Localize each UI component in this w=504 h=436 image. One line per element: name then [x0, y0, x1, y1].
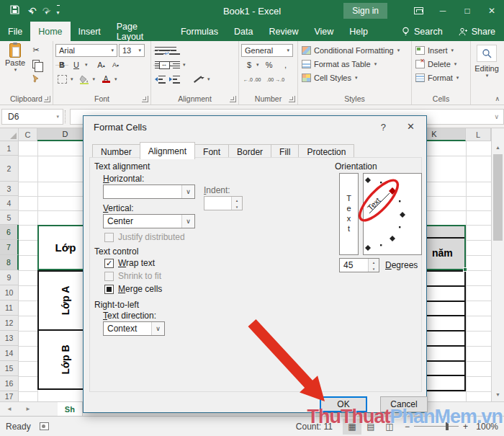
- underline-button[interactable]: U: [70, 58, 83, 71]
- ribbon-display-options-button[interactable]: [406, 0, 431, 22]
- dialog-tab-alignment[interactable]: Alignment: [140, 142, 195, 159]
- cut-button[interactable]: ✂: [30, 43, 42, 56]
- wrap-text-checkbox-row[interactable]: ✓ Wrap text: [104, 258, 155, 268]
- wrap-text-button[interactable]: [158, 50, 171, 51]
- orientation-button[interactable]: [192, 73, 205, 86]
- font-color-button[interactable]: A: [99, 73, 112, 86]
- row-header-1[interactable]: 1: [0, 141, 19, 156]
- share-button[interactable]: Share: [450, 22, 504, 41]
- borders-button[interactable]: [55, 73, 68, 86]
- increase-font-button[interactable]: A▴: [95, 58, 108, 71]
- row-header-14[interactable]: 14: [0, 346, 19, 361]
- merge-dropdown-icon[interactable]: ▾: [183, 62, 186, 68]
- name-box[interactable]: D6: [1, 109, 63, 125]
- formula-bar-expand-icon[interactable]: ∨: [494, 113, 503, 120]
- comma-button[interactable]: ,: [279, 58, 292, 71]
- font-name-combo[interactable]: Arial: [55, 44, 117, 57]
- tab-view[interactable]: View: [306, 22, 341, 41]
- sign-in-button[interactable]: Sign in: [343, 3, 387, 19]
- currency-button[interactable]: $: [243, 58, 256, 71]
- search-box[interactable]: Search: [395, 22, 450, 41]
- tab-page-layout[interactable]: Page Layout: [109, 22, 173, 41]
- close-button[interactable]: ✕: [480, 0, 504, 22]
- orientation-vertical-text-box[interactable]: Text: [339, 173, 359, 255]
- redo-button[interactable]: ↷▾: [42, 6, 48, 17]
- merge-center-button[interactable]: [158, 65, 171, 66]
- scrollbar-thumb[interactable]: [493, 154, 503, 241]
- indent-down-icon[interactable]: ▾: [232, 203, 242, 210]
- conditional-formatting-button[interactable]: Conditional Formatting ▾: [300, 43, 409, 57]
- horizontal-combo[interactable]: [103, 184, 195, 199]
- undo-dropdown-icon[interactable]: ▾: [31, 9, 34, 16]
- column-header-l[interactable]: L: [466, 128, 491, 141]
- format-painter-button[interactable]: [30, 72, 42, 85]
- selection-fill-handle[interactable]: [463, 267, 467, 272]
- row-header-9[interactable]: 9: [0, 270, 19, 285]
- tab-review[interactable]: Review: [261, 22, 306, 41]
- merge-cells-checkbox-row[interactable]: Merge cells: [104, 284, 162, 294]
- maximize-button[interactable]: □: [455, 0, 480, 22]
- select-all-button[interactable]: [0, 128, 19, 141]
- editing-dropdown-icon[interactable]: ▾: [486, 73, 489, 79]
- tab-home[interactable]: Home: [30, 22, 70, 41]
- underline-dropdown-icon[interactable]: ▾: [85, 62, 88, 68]
- row-header-2[interactable]: 2: [0, 156, 19, 182]
- tab-data[interactable]: Data: [226, 22, 261, 41]
- text-direction-combo[interactable]: Context: [103, 321, 165, 336]
- row-header-17[interactable]: 17: [0, 391, 19, 401]
- macro-record-icon[interactable]: [40, 422, 49, 430]
- bold-button[interactable]: B: [55, 65, 68, 66]
- collapse-ribbon-icon[interactable]: ∧: [495, 95, 500, 102]
- minimize-button[interactable]: ─: [431, 0, 455, 22]
- decrease-decimal-button[interactable]: .00 →.0: [266, 73, 286, 86]
- indent-spinner[interactable]: ▴▾: [204, 196, 243, 210]
- fill-color-button[interactable]: [78, 73, 91, 86]
- indent-up-icon[interactable]: ▴: [232, 197, 242, 203]
- font-size-combo[interactable]: 13: [119, 44, 145, 57]
- tab-help[interactable]: Help: [341, 22, 376, 41]
- customize-qat-button[interactable]: ▾: [57, 5, 60, 17]
- format-cells-button[interactable]: Format ▾: [414, 71, 468, 84]
- tab-insert[interactable]: Insert: [71, 22, 109, 41]
- save-icon[interactable]: [10, 5, 19, 17]
- row-header-12[interactable]: 12: [0, 316, 19, 331]
- row-header-15[interactable]: 15: [0, 361, 19, 376]
- font-dialog-launcher[interactable]: [142, 96, 148, 102]
- borders-dropdown-icon[interactable]: ▾: [71, 76, 73, 82]
- decrease-indent-button[interactable]: [153, 73, 166, 86]
- row-header-13[interactable]: 13: [0, 331, 19, 346]
- currency-dropdown-icon[interactable]: ▾: [256, 62, 259, 68]
- tab-file[interactable]: File: [0, 22, 30, 41]
- shrink-to-fit-checkbox[interactable]: [104, 272, 114, 281]
- merge-cells-checkbox[interactable]: [104, 285, 114, 294]
- insert-cells-button[interactable]: Insert ▾: [414, 43, 468, 57]
- row-header-6[interactable]: 6: [0, 225, 19, 240]
- dialog-close-icon[interactable]: ✕: [407, 121, 415, 132]
- sheet-next-icon[interactable]: ►: [19, 406, 37, 412]
- row-header-5[interactable]: 5: [0, 210, 19, 225]
- degrees-down-icon[interactable]: ▾: [369, 265, 379, 272]
- cell-styles-button[interactable]: Cell Styles ▾: [300, 71, 409, 84]
- decrease-font-button[interactable]: A▾: [109, 58, 122, 71]
- dialog-help-icon[interactable]: ?: [381, 122, 386, 133]
- editing-find-button[interactable]: [477, 45, 497, 62]
- row-header-11[interactable]: 11: [0, 301, 19, 316]
- row-header-7[interactable]: 7: [0, 240, 19, 255]
- justify-distributed-checkbox-row[interactable]: Justify distributed: [104, 232, 185, 242]
- row-header-8[interactable]: 8: [0, 255, 19, 270]
- sheet-prev-icon[interactable]: ◄: [0, 406, 19, 412]
- fill-color-dropdown-icon[interactable]: ▾: [93, 76, 96, 82]
- copy-button[interactable]: [30, 58, 42, 71]
- degrees-up-icon[interactable]: ▴: [369, 259, 379, 265]
- scroll-up-button[interactable]: ▲: [492, 141, 504, 154]
- row-header-3[interactable]: 3: [0, 182, 19, 196]
- sheet-tab[interactable]: Sh: [58, 402, 83, 417]
- number-dialog-launcher[interactable]: [289, 96, 295, 102]
- delete-cells-button[interactable]: Delete ▾: [414, 57, 468, 71]
- justify-distributed-checkbox[interactable]: [104, 233, 114, 242]
- format-as-table-button[interactable]: Format as Table ▾: [300, 57, 409, 71]
- shrink-to-fit-checkbox-row[interactable]: Shrink to fit: [104, 271, 161, 281]
- degrees-spinner[interactable]: 45 ▴▾: [339, 258, 379, 272]
- tab-formulas[interactable]: Formulas: [173, 22, 226, 41]
- wrap-text-checkbox[interactable]: ✓: [104, 259, 114, 268]
